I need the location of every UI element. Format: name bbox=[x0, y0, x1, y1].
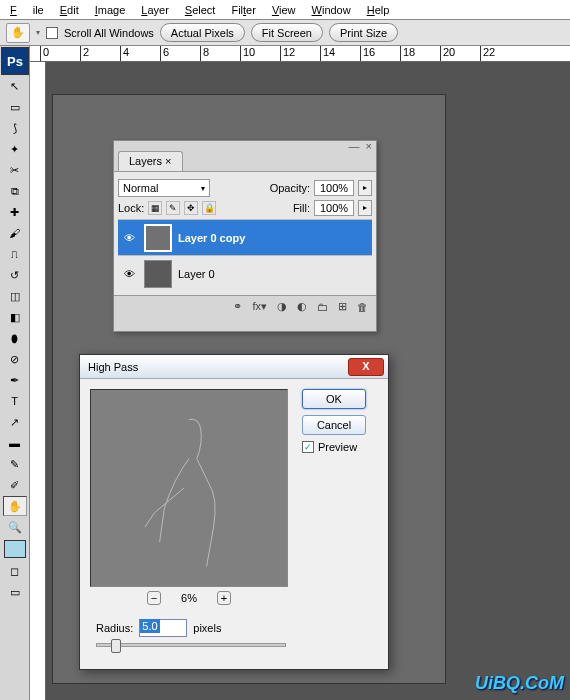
scroll-all-label: Scroll All Windows bbox=[64, 27, 154, 39]
fill-input[interactable]: 100% bbox=[314, 200, 354, 216]
new-layer-icon[interactable]: ⊞ bbox=[338, 300, 347, 313]
dodge-tool-icon[interactable]: ⊘ bbox=[3, 349, 27, 369]
layers-tab[interactable]: Layers × bbox=[118, 151, 183, 171]
fill-flyout-icon[interactable]: ▸ bbox=[358, 200, 372, 216]
lock-move-icon[interactable]: ✥ bbox=[184, 201, 198, 215]
zoom-in-icon[interactable]: + bbox=[217, 591, 231, 605]
crop-tool-icon[interactable]: ✂ bbox=[3, 160, 27, 180]
layer-row[interactable]: 👁 Layer 0 bbox=[118, 255, 372, 291]
eyedropper-tool-icon[interactable]: ✐ bbox=[3, 475, 27, 495]
menu-layer[interactable]: Layer bbox=[133, 2, 177, 18]
actual-pixels-button[interactable]: Actual Pixels bbox=[160, 23, 245, 42]
menu-edit[interactable]: Edit bbox=[52, 2, 87, 18]
options-bar: ✋ ▾ Scroll All Windows Actual Pixels Fit… bbox=[0, 20, 570, 46]
lock-transparent-icon[interactable]: ▦ bbox=[148, 201, 162, 215]
layers-panel: —× Layers × Normal▾ Opacity: 100% ▸ Lock… bbox=[113, 140, 377, 332]
tool-sidebar: Ps ↖ ▭ ⟆ ✦ ✂ ⧉ ✚ 🖌 ⎍ ↺ ◫ ◧ ⬮ ⊘ ✒ T ↗ ▬ ✎… bbox=[0, 46, 30, 700]
opacity-flyout-icon[interactable]: ▸ bbox=[358, 180, 372, 196]
print-size-button[interactable]: Print Size bbox=[329, 23, 398, 42]
trash-icon[interactable]: 🗑 bbox=[357, 301, 368, 313]
shape-tool-icon[interactable]: ▬ bbox=[3, 433, 27, 453]
brush-tool-icon[interactable]: 🖌 bbox=[3, 223, 27, 243]
opacity-label: Opacity: bbox=[270, 182, 310, 194]
menu-filter[interactable]: Filter bbox=[223, 2, 263, 18]
app-menubar: File Edit Image Layer Select Filter View… bbox=[0, 0, 570, 20]
radius-input[interactable]: 5.0 bbox=[139, 619, 187, 637]
cancel-button[interactable]: Cancel bbox=[302, 415, 366, 435]
menu-view[interactable]: View bbox=[264, 2, 304, 18]
history-brush-icon[interactable]: ↺ bbox=[3, 265, 27, 285]
visibility-icon[interactable]: 👁 bbox=[120, 232, 138, 244]
minimize-icon[interactable]: — bbox=[349, 140, 360, 152]
filter-preview[interactable] bbox=[90, 389, 288, 587]
close-panel-icon[interactable]: × bbox=[366, 140, 372, 152]
preview-checkbox[interactable]: ✓ bbox=[302, 441, 314, 453]
zoom-level: 6% bbox=[181, 592, 197, 604]
notes-tool-icon[interactable]: ✎ bbox=[3, 454, 27, 474]
quickmask-icon[interactable]: ◻ bbox=[3, 561, 27, 581]
fit-screen-button[interactable]: Fit Screen bbox=[251, 23, 323, 42]
adjustment-icon[interactable]: ◐ bbox=[297, 300, 307, 313]
opacity-input[interactable]: 100% bbox=[314, 180, 354, 196]
path-tool-icon[interactable]: ↗ bbox=[3, 412, 27, 432]
layer-thumbnail[interactable] bbox=[144, 224, 172, 252]
high-pass-dialog: High Pass X − 6% + Radius: 5.0 pixels OK… bbox=[79, 354, 389, 670]
move-tool-icon[interactable]: ↖ bbox=[3, 76, 27, 96]
layer-row[interactable]: 👁 Layer 0 copy bbox=[118, 219, 372, 255]
slider-handle[interactable] bbox=[111, 639, 121, 653]
dialog-titlebar[interactable]: High Pass X bbox=[80, 355, 388, 379]
stamp-tool-icon[interactable]: ⎍ bbox=[3, 244, 27, 264]
radius-slider[interactable] bbox=[96, 643, 286, 647]
hand-tool-icon[interactable]: ✋ bbox=[3, 496, 27, 516]
watermark: UiBQ.CoM bbox=[475, 673, 564, 694]
slice-tool-icon[interactable]: ⧉ bbox=[3, 181, 27, 201]
menu-select[interactable]: Select bbox=[177, 2, 224, 18]
ps-logo: Ps bbox=[1, 47, 29, 75]
type-tool-icon[interactable]: T bbox=[3, 391, 27, 411]
scroll-all-checkbox[interactable] bbox=[46, 27, 58, 39]
horizontal-ruler: 0 2 4 6 8 10 12 14 16 18 20 22 bbox=[30, 46, 570, 62]
blend-mode-select[interactable]: Normal▾ bbox=[118, 179, 210, 197]
preview-label: Preview bbox=[318, 441, 357, 453]
healing-tool-icon[interactable]: ✚ bbox=[3, 202, 27, 222]
visibility-icon[interactable]: 👁 bbox=[120, 268, 138, 280]
lasso-tool-icon[interactable]: ⟆ bbox=[3, 118, 27, 138]
menu-image[interactable]: Image bbox=[87, 2, 134, 18]
radius-label: Radius: bbox=[96, 622, 133, 634]
marquee-tool-icon[interactable]: ▭ bbox=[3, 97, 27, 117]
menu-window[interactable]: Window bbox=[304, 2, 359, 18]
lock-label: Lock: bbox=[118, 202, 144, 214]
ok-button[interactable]: OK bbox=[302, 389, 366, 409]
layer-name: Layer 0 bbox=[178, 268, 215, 280]
mask-icon[interactable]: ◑ bbox=[277, 300, 287, 313]
layer-thumbnail[interactable] bbox=[144, 260, 172, 288]
screenmode-icon[interactable]: ▭ bbox=[3, 582, 27, 602]
lock-all-icon[interactable]: 🔒 bbox=[202, 201, 216, 215]
gradient-tool-icon[interactable]: ◧ bbox=[3, 307, 27, 327]
vertical-ruler bbox=[30, 62, 46, 700]
lock-paint-icon[interactable]: ✎ bbox=[166, 201, 180, 215]
eraser-tool-icon[interactable]: ◫ bbox=[3, 286, 27, 306]
radius-unit: pixels bbox=[193, 622, 221, 634]
layer-name: Layer 0 copy bbox=[178, 232, 245, 244]
foreground-color-swatch[interactable] bbox=[4, 540, 26, 558]
blur-tool-icon[interactable]: ⬮ bbox=[3, 328, 27, 348]
close-icon[interactable]: X bbox=[348, 358, 384, 376]
group-icon[interactable]: 🗀 bbox=[317, 301, 328, 313]
hand-tool-icon[interactable]: ✋ bbox=[6, 23, 30, 43]
zoom-out-icon[interactable]: − bbox=[147, 591, 161, 605]
dialog-title: High Pass bbox=[88, 361, 138, 373]
fx-icon[interactable]: fx▾ bbox=[252, 300, 267, 313]
pen-tool-icon[interactable]: ✒ bbox=[3, 370, 27, 390]
menu-file[interactable]: File bbox=[2, 2, 52, 18]
wand-tool-icon[interactable]: ✦ bbox=[3, 139, 27, 159]
fill-label: Fill: bbox=[293, 202, 310, 214]
zoom-tool-icon[interactable]: 🔍 bbox=[3, 517, 27, 537]
menu-help[interactable]: Help bbox=[359, 2, 398, 18]
link-layers-icon[interactable]: ⚭ bbox=[233, 300, 242, 313]
